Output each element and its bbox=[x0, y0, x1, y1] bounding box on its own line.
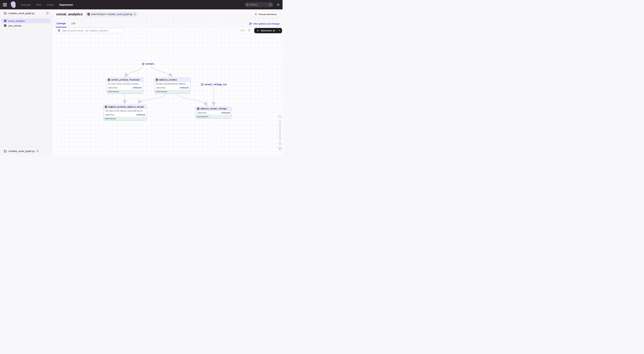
search-input[interactable] bbox=[250, 4, 266, 6]
table-icon bbox=[197, 108, 199, 110]
asset-description: The name of the nabisco cereal that has … bbox=[104, 109, 147, 113]
view-global-asset-lineage-link[interactable]: View global asset lineage bbox=[250, 22, 280, 27]
asset-name: highest_protein_nabisco_cereal bbox=[108, 106, 144, 108]
latest-run-label: Latest Run bbox=[156, 87, 166, 89]
asset-status-badge: Materialized bbox=[196, 115, 232, 118]
zoom-slider-handle[interactable] bbox=[278, 122, 282, 125]
source-asset-cereal-ratings-csv[interactable]: cereal_ratings_csv bbox=[201, 83, 227, 86]
lineage-icon bbox=[250, 22, 252, 25]
tab-list[interactable]: List bbox=[71, 22, 76, 27]
asset-node-cereal-protein-fractions[interactable]: cereal_protein_fractions For each cereal… bbox=[106, 78, 143, 93]
asset-node-nabisco-cereals[interactable]: nabisco_cereals Cereals manufactured by … bbox=[154, 78, 190, 93]
sidebar-footer-code-location[interactable]: complex_asset_graph.py bbox=[0, 146, 52, 155]
source-asset-label: cereal_ratings_csv bbox=[204, 83, 227, 86]
search-icon bbox=[246, 4, 249, 6]
lineage-canvas[interactable]: 0:22 Materialize all cereals cereal_rati… bbox=[52, 28, 282, 155]
sidebar: complex_asset_graph.py 2 cereal_analytic… bbox=[0, 9, 52, 155]
sidebar-item-label: cereal_analytics bbox=[8, 20, 25, 22]
asset-status-badge: Materialized bbox=[104, 117, 147, 120]
table-icon bbox=[108, 79, 110, 81]
reload-icon[interactable] bbox=[134, 13, 136, 16]
tab-bar: Lineage List View global asset lineage bbox=[52, 18, 282, 28]
table-icon bbox=[156, 79, 158, 81]
materialize-all-button-group: Materialize all bbox=[254, 28, 282, 33]
external-link-icon bbox=[142, 63, 144, 65]
main-panel: cereal_analytics Asset Group in complex_… bbox=[52, 9, 282, 155]
asset-description: For each cereal, records its protein ... bbox=[106, 82, 143, 86]
hamburger-menu-icon[interactable] bbox=[3, 2, 8, 7]
asset-status-badge: Materialized bbox=[106, 90, 143, 93]
asset-subset-input-wrap bbox=[56, 28, 124, 33]
sidebar-item-cereal-analytics[interactable]: cereal_analytics bbox=[2, 19, 51, 23]
nav-deployment[interactable]: Deployment bbox=[60, 4, 73, 6]
materialize-all-button[interactable]: Materialize all bbox=[254, 28, 277, 33]
asset-node-highest-protein-nabisco-cereal[interactable]: highest_protein_nabisco_cereal The name … bbox=[103, 105, 147, 120]
reload-icon bbox=[254, 13, 257, 16]
refresh-icon[interactable] bbox=[248, 29, 250, 32]
nav-assets[interactable]: Assets bbox=[47, 4, 54, 6]
global-lineage-label: View global asset lineage bbox=[253, 22, 280, 25]
nav-runs[interactable]: Runs bbox=[36, 4, 42, 6]
folder-icon bbox=[4, 12, 7, 15]
asset-group-icon bbox=[4, 20, 6, 22]
latest-run-id-link[interactable]: b495ded6 bbox=[221, 112, 230, 114]
materialize-all-label: Materialize all bbox=[261, 29, 275, 32]
footer-code-location-name: complex_asset_graph.py bbox=[8, 150, 34, 152]
asset-graph-icon bbox=[58, 29, 60, 32]
code-location-name: complex_asset_graph.py bbox=[8, 12, 34, 15]
source-asset-cereals[interactable]: cereals bbox=[142, 63, 154, 65]
latest-run-id-link[interactable]: b495ded6 bbox=[133, 87, 142, 89]
dagster-logo-icon[interactable] bbox=[10, 1, 17, 9]
search-shortcut-badge: / bbox=[269, 3, 272, 7]
asset-group-badge-text: Asset Group in bbox=[91, 13, 106, 16]
asset-group-icon bbox=[88, 13, 90, 16]
materialize-options-button[interactable] bbox=[277, 28, 282, 33]
asset-name: cereal_protein_fractions bbox=[111, 79, 140, 81]
sidebar-group-list: cereal_analytics core_cereals bbox=[0, 17, 52, 30]
latest-run-id-link[interactable]: b495ded6 bbox=[136, 114, 145, 116]
latest-run-id-link[interactable]: b495ded6 bbox=[180, 87, 189, 89]
primary-nav: Overview Runs Assets Deployment bbox=[21, 4, 73, 6]
asset-group-badge: Asset Group in complex_asset_graph.py bbox=[85, 12, 138, 17]
refresh-timer: 0:22 bbox=[240, 29, 244, 32]
sparkle-icon bbox=[256, 29, 259, 32]
reload-definitions-label: Reload definitions bbox=[258, 13, 277, 16]
tab-lineage[interactable]: Lineage bbox=[56, 22, 66, 27]
top-nav: Overview Runs Assets Deployment / ⚙ bbox=[0, 0, 282, 9]
asset-node-nabisco-cereal-ratings[interactable]: nabisco_cereal_ratings Latest Run b495de… bbox=[196, 107, 232, 118]
page-title: cereal_analytics bbox=[56, 12, 83, 16]
reload-definitions-button[interactable]: Reload definitions bbox=[252, 12, 280, 17]
zoom-in-icon[interactable] bbox=[278, 115, 282, 118]
search-box[interactable]: / bbox=[244, 2, 273, 7]
chevron-down-icon bbox=[279, 30, 280, 31]
latest-run-label: Latest Run bbox=[197, 112, 207, 114]
asset-status-badge: Materialized bbox=[154, 90, 190, 93]
latest-run-label: Latest Run bbox=[105, 114, 114, 116]
asset-subset-input[interactable] bbox=[62, 29, 122, 32]
zoom-out-icon[interactable] bbox=[278, 142, 282, 145]
asset-group-icon bbox=[4, 24, 6, 27]
asset-name: nabisco_cereals bbox=[159, 79, 177, 81]
sidebar-item-label: core_cereals bbox=[8, 24, 22, 27]
sidebar-item-core-cereals[interactable]: core_cereals bbox=[2, 23, 51, 28]
nav-overview[interactable]: Overview bbox=[21, 4, 31, 6]
gear-icon[interactable]: ⚙ bbox=[276, 3, 280, 7]
download-icon[interactable] bbox=[278, 146, 282, 150]
asset-group-count-badge: 2 bbox=[46, 11, 50, 15]
external-link-icon bbox=[201, 83, 203, 86]
latest-run-label: Latest Run bbox=[108, 87, 118, 89]
sidebar-code-location[interactable]: complex_asset_graph.py 2 bbox=[0, 9, 52, 17]
asset-description: Cereals manufactured by Nabisco bbox=[154, 82, 190, 86]
reload-icon[interactable] bbox=[36, 150, 39, 152]
source-asset-label: cereals bbox=[146, 63, 154, 65]
folder-icon bbox=[4, 150, 7, 152]
code-location-link[interactable]: complex_asset_graph.py bbox=[108, 13, 132, 16]
table-icon bbox=[105, 106, 107, 108]
asset-name: nabisco_cereal_ratings bbox=[200, 108, 227, 110]
